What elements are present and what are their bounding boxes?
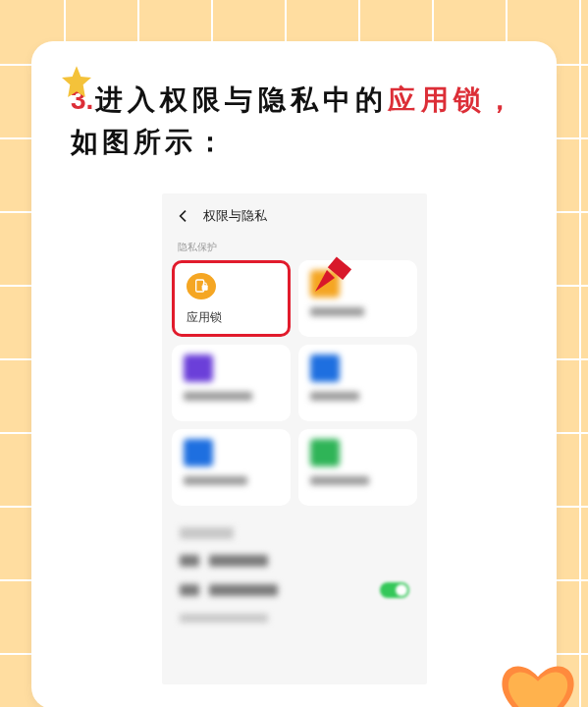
blurred-text xyxy=(180,614,268,623)
blurred-row xyxy=(180,527,409,539)
blurred-label xyxy=(184,476,247,485)
blurred-label xyxy=(310,307,364,316)
svg-marker-0 xyxy=(315,270,335,292)
red-arrow-icon xyxy=(307,250,356,299)
blurred-text xyxy=(180,555,199,567)
svg-rect-3 xyxy=(201,286,207,291)
settings-grid: 应用锁 xyxy=(162,260,427,506)
phone-screenshot: 权限与隐私 隐私保护 应用锁 xyxy=(162,193,427,684)
toggle-switch[interactable] xyxy=(380,582,409,598)
phone-header: 权限与隐私 xyxy=(162,193,427,235)
instruction-part1: 进入权限与隐私中的 xyxy=(93,84,388,115)
blurred-label xyxy=(310,476,369,485)
heart-icon xyxy=(494,652,582,707)
blurred-icon xyxy=(310,354,340,382)
blurred-text xyxy=(180,527,234,539)
tile-blurred-5[interactable] xyxy=(298,429,417,506)
instruction-text: 3.进入权限与隐私中的应用锁，如图所示： xyxy=(71,79,517,164)
star-icon xyxy=(57,63,96,102)
blurred-row-toggle[interactable] xyxy=(180,582,409,598)
lower-section xyxy=(162,517,427,632)
blurred-text xyxy=(209,555,268,567)
screen-title: 权限与隐私 xyxy=(203,207,267,225)
tile-app-lock-label: 应用锁 xyxy=(187,309,278,326)
blurred-text xyxy=(209,584,278,596)
tile-blurred-2[interactable] xyxy=(172,345,291,421)
tile-app-lock[interactable]: 应用锁 xyxy=(172,260,291,337)
section-label: 隐私保护 xyxy=(162,235,427,260)
app-lock-icon xyxy=(187,273,216,299)
back-arrow-icon[interactable] xyxy=(176,208,191,224)
instruction-part2: 如图所示： xyxy=(71,127,228,157)
blurred-text xyxy=(180,584,199,596)
blurred-icon xyxy=(310,439,340,466)
blurred-icon xyxy=(184,354,213,382)
tile-blurred-3[interactable] xyxy=(298,345,417,421)
blurred-label xyxy=(310,392,359,401)
blurred-label xyxy=(184,392,252,401)
tile-blurred-4[interactable] xyxy=(172,429,291,506)
blurred-icon xyxy=(184,439,213,466)
tutorial-card: 3.进入权限与隐私中的应用锁，如图所示： 权限与隐私 隐私保护 xyxy=(31,41,557,707)
instruction-highlight: 应用锁， xyxy=(388,84,517,115)
blurred-row xyxy=(180,614,409,623)
blurred-row xyxy=(180,555,409,567)
